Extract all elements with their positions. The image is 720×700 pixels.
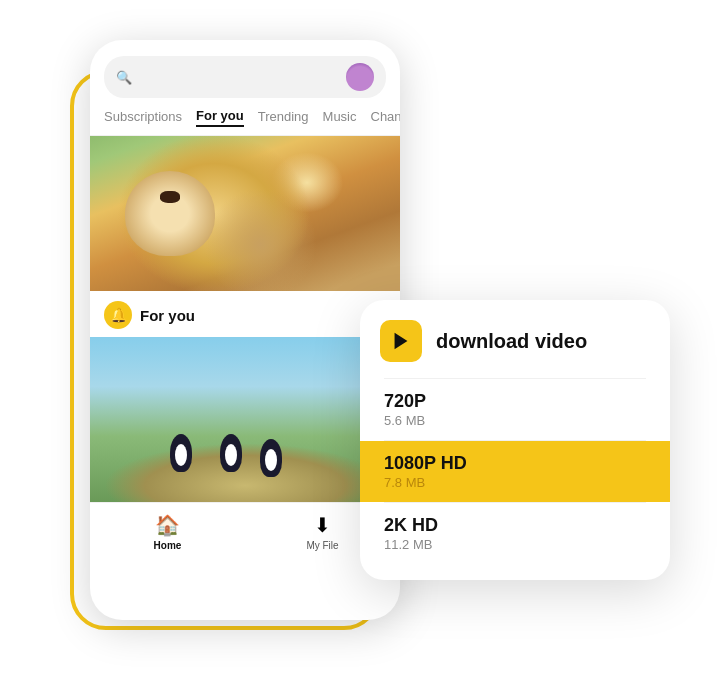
tab-subscriptions[interactable]: Subscriptions xyxy=(104,109,182,126)
tab-chan[interactable]: Chan xyxy=(371,109,401,126)
tab-music[interactable]: Music xyxy=(323,109,357,126)
download-panel: download video 720P 5.6 MB 1080P HD 7.8 … xyxy=(360,300,670,580)
penguin-2 xyxy=(220,434,242,472)
quality-label-2k: 2K HD xyxy=(384,515,646,536)
quality-label-1080p: 1080P HD xyxy=(384,453,646,474)
nav-tabs: Subscriptions For you Trending Music Cha… xyxy=(90,108,400,136)
quality-size-2k: 11.2 MB xyxy=(384,537,646,552)
phone-mockup: 🔍 Subscriptions For you Trending Music C… xyxy=(90,40,400,620)
dog-nose xyxy=(160,191,180,203)
quality-option-720p[interactable]: 720P 5.6 MB xyxy=(360,379,670,440)
penguin-1 xyxy=(170,434,192,472)
quality-option-2k[interactable]: 2K HD 11.2 MB xyxy=(360,503,670,564)
download-panel-header: download video xyxy=(360,300,670,378)
quality-label-720p: 720P xyxy=(384,391,646,412)
hero-image-dog xyxy=(90,136,400,291)
nav-home[interactable]: 🏠 Home xyxy=(90,513,245,551)
penguin-3 xyxy=(260,439,282,477)
quality-option-1080p[interactable]: 1080P HD 7.8 MB xyxy=(360,441,670,502)
video-image-penguins xyxy=(90,337,400,502)
play-icon xyxy=(390,330,412,352)
bottom-nav: 🏠 Home ⬇ My File xyxy=(90,502,400,557)
quality-size-1080p: 7.8 MB xyxy=(384,475,646,490)
penguin-background xyxy=(90,337,400,502)
main-scene: 🔍 Subscriptions For you Trending Music C… xyxy=(50,40,670,660)
myfile-label: My File xyxy=(306,540,338,551)
tab-for-you[interactable]: For you xyxy=(196,108,244,127)
dog-face xyxy=(125,171,215,256)
quality-size-720p: 5.6 MB xyxy=(384,413,646,428)
avatar-image xyxy=(346,63,374,91)
tab-trending[interactable]: Trending xyxy=(258,109,309,126)
play-icon-box xyxy=(380,320,422,362)
section-icon: 🔔 xyxy=(104,301,132,329)
search-bar[interactable]: 🔍 xyxy=(104,56,386,98)
svg-marker-0 xyxy=(395,333,408,350)
home-icon: 🏠 xyxy=(155,513,180,537)
section-title-wrap: 🔔 For you xyxy=(104,301,373,329)
home-label: Home xyxy=(154,540,182,551)
section-title: For you xyxy=(140,307,195,324)
search-icon: 🔍 xyxy=(116,70,132,85)
section-header: 🔔 For you ⬇ xyxy=(90,291,400,337)
download-panel-title: download video xyxy=(436,330,587,353)
avatar[interactable] xyxy=(346,63,374,91)
myfile-icon: ⬇ xyxy=(314,513,331,537)
